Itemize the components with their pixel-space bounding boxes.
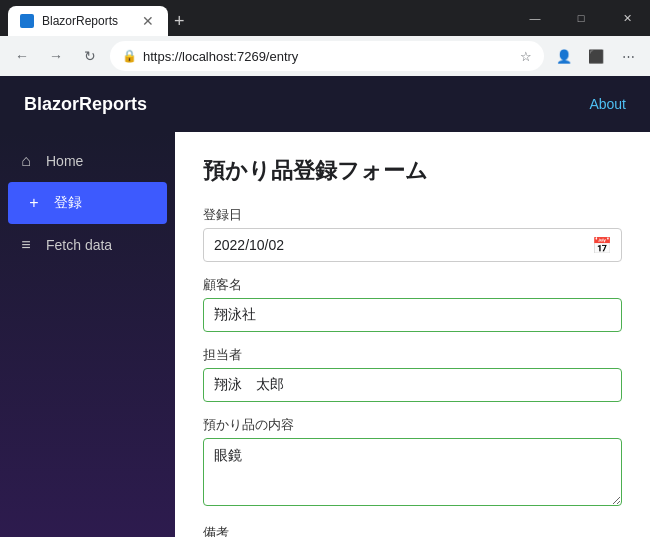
home-icon: ⌂ [16, 152, 36, 170]
plus-icon: + [24, 194, 44, 212]
profile-icon[interactable]: 👤 [550, 42, 578, 70]
extensions-icon[interactable]: ⬛ [582, 42, 610, 70]
customer-label: 顧客名 [203, 276, 622, 294]
contents-textarea[interactable]: 眼鏡 [203, 438, 622, 506]
assignee-label: 担当者 [203, 346, 622, 364]
assignee-input[interactable] [203, 368, 622, 402]
browser-tab[interactable]: BlazorReports ✕ [8, 6, 168, 36]
menu-icon[interactable]: ⋯ [614, 42, 642, 70]
customer-input[interactable] [203, 298, 622, 332]
close-button[interactable]: ✕ [604, 0, 650, 36]
maximize-button[interactable]: □ [558, 0, 604, 36]
app-header: BlazorReports About [0, 76, 650, 132]
address-star-icon[interactable]: ☆ [520, 49, 532, 64]
assignee-field-group: 担当者 [203, 346, 622, 402]
minimize-button[interactable]: — [512, 0, 558, 36]
sidebar-item-register-label: 登録 [54, 194, 82, 212]
date-label: 登録日 [203, 206, 622, 224]
contents-label: 預かり品の内容 [203, 416, 622, 434]
address-bar: 🔒 https://localhost:7269/entry ☆ [110, 41, 544, 71]
list-icon: ≡ [16, 236, 36, 254]
app-logo: BlazorReports [24, 94, 147, 115]
customer-field-group: 顧客名 [203, 276, 622, 332]
sidebar: ⌂ Home + 登録 ≡ Fetch data [0, 132, 175, 537]
sidebar-item-register[interactable]: + 登録 [8, 182, 167, 224]
tab-favicon [20, 14, 34, 28]
lock-icon: 🔒 [122, 49, 137, 63]
tab-close-button[interactable]: ✕ [140, 13, 156, 29]
date-input[interactable] [203, 228, 622, 262]
sidebar-item-fetch-label: Fetch data [46, 237, 112, 253]
about-link[interactable]: About [589, 96, 626, 112]
main-content: 預かり品登録フォーム 登録日 📅 顧客名 担当者 [175, 132, 650, 537]
back-button[interactable]: ← [8, 42, 36, 70]
url-text: https://localhost:7269/entry [143, 49, 514, 64]
tab-title: BlazorReports [42, 14, 132, 28]
page-title: 預かり品登録フォーム [203, 156, 622, 186]
refresh-button[interactable]: ↻ [76, 42, 104, 70]
forward-button[interactable]: → [42, 42, 70, 70]
new-tab-button[interactable]: + [174, 11, 185, 32]
notes-label: 備考 [203, 524, 622, 537]
date-wrapper: 📅 [203, 228, 622, 262]
sidebar-item-fetch[interactable]: ≡ Fetch data [0, 224, 175, 266]
sidebar-item-home[interactable]: ⌂ Home [0, 140, 175, 182]
date-field-group: 登録日 📅 [203, 206, 622, 262]
contents-field-group: 預かり品の内容 眼鏡 [203, 416, 622, 510]
sidebar-item-home-label: Home [46, 153, 83, 169]
notes-field-group: 備考 傷あり [203, 524, 622, 537]
